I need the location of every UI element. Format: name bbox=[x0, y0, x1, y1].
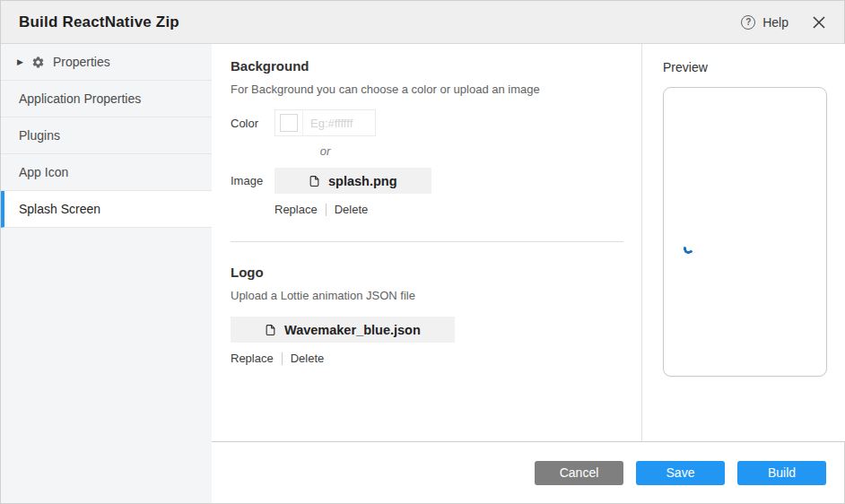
logo-section-description: Upload a Lottie animation JSON file bbox=[231, 289, 623, 302]
section-divider bbox=[231, 241, 623, 242]
build-button[interactable]: Build bbox=[737, 461, 826, 485]
file-icon bbox=[309, 174, 320, 188]
background-section-description: For Background you can choose a color or… bbox=[231, 83, 623, 96]
logo-file-chip[interactable]: Wavemaker_blue.json bbox=[231, 317, 455, 343]
sidebar-item-label: Properties bbox=[53, 55, 110, 69]
color-hex-input[interactable] bbox=[303, 117, 371, 130]
image-field-row: Image splash.png bbox=[231, 168, 623, 194]
sidebar-item-label: Splash Screen bbox=[19, 202, 100, 216]
save-button[interactable]: Save bbox=[636, 461, 725, 485]
logo-file-name: Wavemaker_blue.json bbox=[284, 323, 421, 337]
background-image-file-name: splash.png bbox=[328, 174, 397, 188]
logo-section: Logo Upload a Lottie animation JSON file… bbox=[231, 265, 623, 365]
sidebar-item-label: App Icon bbox=[19, 165, 68, 179]
loading-spinner-icon bbox=[683, 243, 694, 255]
caret-right-icon: ▶ bbox=[17, 58, 23, 66]
image-label: Image bbox=[231, 174, 274, 187]
splash-screen-settings: Background For Background you can choose… bbox=[212, 44, 641, 441]
help-button[interactable]: ? Help bbox=[741, 15, 788, 30]
replace-logo-link[interactable]: Replace bbox=[231, 352, 274, 365]
or-separator-label: or bbox=[274, 144, 376, 158]
sidebar-item-application-properties[interactable]: Application Properties bbox=[1, 81, 212, 117]
splash-preview-frame bbox=[663, 87, 827, 377]
header-actions: ? Help bbox=[741, 15, 826, 30]
build-reactnative-dialog: Build ReactNative Zip ? Help ▶ Propertie… bbox=[0, 0, 845, 504]
help-label: Help bbox=[762, 15, 788, 30]
close-icon[interactable] bbox=[812, 15, 826, 30]
replace-image-link[interactable]: Replace bbox=[274, 203, 318, 216]
sidebar-item-label: Application Properties bbox=[19, 91, 141, 106]
logo-actions: Replace Delete bbox=[231, 352, 623, 365]
dialog-title: Build ReactNative Zip bbox=[19, 13, 179, 31]
preview-title: Preview bbox=[663, 60, 845, 74]
cancel-button[interactable]: Cancel bbox=[535, 461, 623, 485]
sidebar-item-app-icon[interactable]: App Icon bbox=[1, 154, 212, 191]
link-separator bbox=[326, 204, 327, 216]
delete-image-link[interactable]: Delete bbox=[335, 203, 369, 216]
color-swatch[interactable] bbox=[280, 114, 298, 132]
delete-logo-link[interactable]: Delete bbox=[291, 352, 325, 365]
sidebar-item-splash-screen[interactable]: Splash Screen bbox=[1, 191, 212, 228]
sidebar-item-plugins[interactable]: Plugins bbox=[1, 117, 212, 154]
sidebar-item-label: Plugins bbox=[19, 128, 60, 143]
link-separator bbox=[282, 352, 283, 365]
background-image-actions: Replace Delete bbox=[274, 203, 623, 216]
color-picker-widget bbox=[274, 109, 376, 136]
sidebar: ▶ Properties Application Properties Plug… bbox=[1, 44, 212, 503]
file-icon bbox=[265, 323, 276, 337]
logo-section-title: Logo bbox=[231, 265, 623, 280]
color-field-row: Color bbox=[231, 109, 623, 136]
gear-icon bbox=[31, 56, 45, 69]
sidebar-item-properties[interactable]: ▶ Properties bbox=[1, 44, 212, 81]
preview-panel: Preview bbox=[641, 44, 845, 441]
dialog-header: Build ReactNative Zip ? Help bbox=[1, 1, 844, 44]
background-image-file-chip[interactable]: splash.png bbox=[274, 168, 431, 194]
background-section-title: Background bbox=[231, 58, 623, 74]
dialog-footer: Cancel Save Build bbox=[212, 441, 844, 503]
logo-file-row: Wavemaker_blue.json bbox=[231, 317, 623, 343]
color-label: Color bbox=[231, 117, 274, 130]
help-icon: ? bbox=[741, 15, 755, 30]
